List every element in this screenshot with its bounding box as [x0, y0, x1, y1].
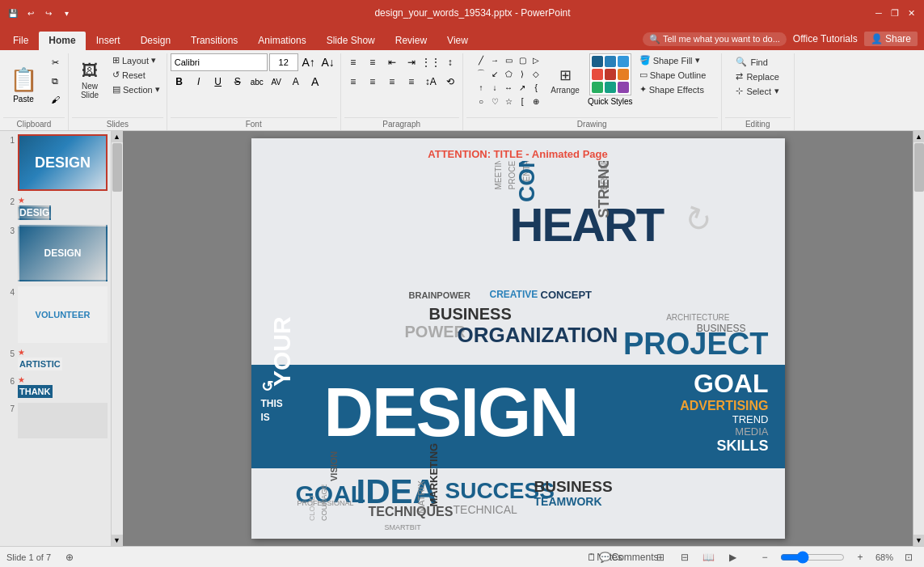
increase-indent-button[interactable]: ⇥	[403, 53, 420, 71]
increase-font-button[interactable]: A↑	[300, 53, 318, 71]
shape-line[interactable]: ╱	[475, 53, 487, 66]
numbering-button[interactable]: ≡	[364, 53, 382, 71]
increase-size2-button[interactable]: A	[307, 73, 323, 91]
font-size-input[interactable]	[269, 53, 298, 71]
text-direction-button[interactable]: ↕A	[422, 73, 440, 91]
shape-effects-button[interactable]: ✦Shape Effects	[636, 83, 710, 96]
arrange-button[interactable]: ⊞ Arrange	[546, 53, 584, 107]
columns-button[interactable]: ⋮⋮	[422, 53, 440, 71]
close-button[interactable]: ✕	[905, 6, 918, 19]
fit-slide-button[interactable]: ⊡	[900, 548, 918, 566]
tab-file[interactable]: File	[3, 32, 38, 50]
reading-view-button[interactable]: 📖	[700, 548, 718, 566]
replace-button[interactable]: ⇄Replace	[731, 70, 784, 83]
customize-qat-icon[interactable]: ▾	[60, 6, 73, 19]
scroll-right-up-button[interactable]: ▲	[913, 131, 925, 142]
shape-heart[interactable]: ♡	[488, 95, 501, 108]
shape-down-arrow[interactable]: ↓	[488, 81, 501, 94]
char-spacing-button[interactable]: AV	[268, 73, 285, 91]
slideshow-button[interactable]: ▶	[724, 548, 742, 566]
tab-design[interactable]: Design	[131, 32, 180, 50]
select-button[interactable]: ⊹Select▾	[731, 84, 784, 98]
shape-brace[interactable]: {	[530, 81, 542, 94]
scroll-track-left[interactable]: ▲ ▼	[112, 131, 123, 546]
slide-thumb-3[interactable]: 3 DESIGN	[3, 225, 108, 281]
undo-icon[interactable]: ↩	[24, 6, 37, 19]
scroll-right-thumb[interactable]	[914, 143, 924, 192]
shape-misc[interactable]: ⊕	[530, 95, 542, 108]
slide-thumb-4[interactable]: 4 VOLUNTEER	[3, 286, 108, 343]
scroll-thumb[interactable]	[112, 143, 122, 192]
convert-to-smartart-button[interactable]: ⟲	[441, 73, 459, 91]
strikethrough-button[interactable]: S	[229, 73, 247, 91]
tab-review[interactable]: Review	[386, 32, 437, 50]
tab-animations[interactable]: Animations	[248, 32, 315, 50]
find-button[interactable]: 🔍Find	[731, 55, 784, 69]
shape-curve[interactable]: ⌒	[475, 67, 487, 80]
shape-curved-arrow[interactable]: ↗	[516, 81, 529, 94]
minimize-button[interactable]: ─	[872, 6, 885, 19]
slide-thumb-7[interactable]: 7	[3, 403, 108, 438]
font-name-input[interactable]	[171, 53, 268, 71]
shape-diamond[interactable]: ◇	[530, 67, 542, 80]
tab-view[interactable]: View	[437, 32, 478, 50]
slide-panel[interactable]: 1 DESIGN 2 ★ DESIG 3 DESIGN 4 VOLUNTEER	[0, 131, 112, 546]
slide-sorter-button[interactable]: ⊟	[676, 548, 694, 566]
shape-left-right[interactable]: ↔	[502, 81, 515, 94]
align-right-button[interactable]: ≡	[383, 73, 401, 91]
shape-pentagon[interactable]: ⬠	[502, 67, 515, 80]
tell-me-input[interactable]: 🔍 Tell me what you want to do...	[643, 32, 787, 46]
quick-styles-button[interactable]: Quick Styles	[588, 53, 633, 106]
shape-outline-button[interactable]: ▭Shape Outline	[636, 68, 710, 82]
zoom-out-button[interactable]: −	[756, 548, 774, 566]
shape-more[interactable]: ▷	[530, 53, 542, 66]
redo-icon[interactable]: ↪	[42, 6, 55, 19]
scroll-track-right[interactable]: ▲ ▼	[913, 131, 924, 546]
scroll-right-down-button[interactable]: ▼	[913, 535, 925, 546]
shape-bend[interactable]: ↙	[488, 67, 501, 80]
underline-button[interactable]: U	[209, 73, 227, 91]
decrease-font-button[interactable]: A↓	[319, 53, 337, 71]
slide-thumb-6[interactable]: 6 ★ THANK	[3, 375, 108, 398]
italic-button[interactable]: I	[190, 73, 208, 91]
align-center-button[interactable]: ≡	[364, 73, 382, 91]
format-painter-button[interactable]: 🖌	[45, 91, 65, 108]
slide-canvas[interactable]: ATTENTION: TITLE - Animated Page MEETING…	[251, 138, 785, 539]
font-color-button[interactable]: A	[287, 73, 305, 91]
shadow-button[interactable]: abc	[248, 73, 266, 91]
justify-button[interactable]: ≡	[403, 73, 420, 91]
line-spacing-button[interactable]: ↕	[441, 53, 459, 71]
slide-thumb-1[interactable]: 1 DESIGN	[3, 134, 108, 191]
shape-bracket[interactable]: [	[516, 95, 529, 108]
restore-button[interactable]: ❐	[888, 6, 901, 19]
paste-button[interactable]: 📋 Paste	[3, 53, 44, 116]
slide-thumb-2[interactable]: 2 ★ DESIG	[3, 196, 108, 220]
slide-thumb-5[interactable]: 5 ★ ARTISTIC	[3, 348, 108, 370]
tab-slideshow[interactable]: Slide Show	[317, 32, 385, 50]
shape-up-arrow[interactable]: ↑	[475, 81, 487, 94]
shape-fill-button[interactable]: 🪣Shape Fill▾	[636, 53, 710, 67]
shape-chevron[interactable]: ⟩	[516, 67, 529, 80]
share-button[interactable]: 👤 Share	[864, 32, 918, 46]
save-icon[interactable]: 💾	[6, 6, 19, 19]
scroll-up-button[interactable]: ▲	[112, 131, 123, 142]
tab-home[interactable]: Home	[39, 32, 85, 50]
section-button[interactable]: ▤Section▾	[109, 83, 163, 96]
reset-button[interactable]: ↺Reset	[109, 68, 149, 82]
bold-button[interactable]: B	[171, 73, 188, 91]
zoom-slider[interactable]	[780, 551, 845, 564]
bullets-button[interactable]: ≡	[344, 53, 362, 71]
scroll-down-button[interactable]: ▼	[112, 535, 123, 546]
comments-button[interactable]: 💬 Comments	[620, 548, 638, 566]
align-left-button[interactable]: ≡	[344, 73, 362, 91]
normal-view-button[interactable]: ⊞	[652, 548, 669, 566]
layout-button[interactable]: ⊞Layout▾	[109, 53, 159, 67]
zoom-in-button[interactable]: +	[851, 548, 869, 566]
new-slide-button[interactable]: 🖼 New Slide	[72, 53, 108, 107]
shape-star[interactable]: ☆	[502, 95, 515, 108]
shape-oval[interactable]: ○	[475, 95, 487, 108]
office-tutorials-link[interactable]: Office Tutorials	[793, 33, 858, 44]
shape-rect[interactable]: ▭	[502, 53, 515, 66]
main-slide-area[interactable]: ▲ ▼ ATTENTION: TITLE - Animated Page MEE…	[112, 131, 924, 546]
shape-arrow[interactable]: →	[488, 53, 501, 66]
